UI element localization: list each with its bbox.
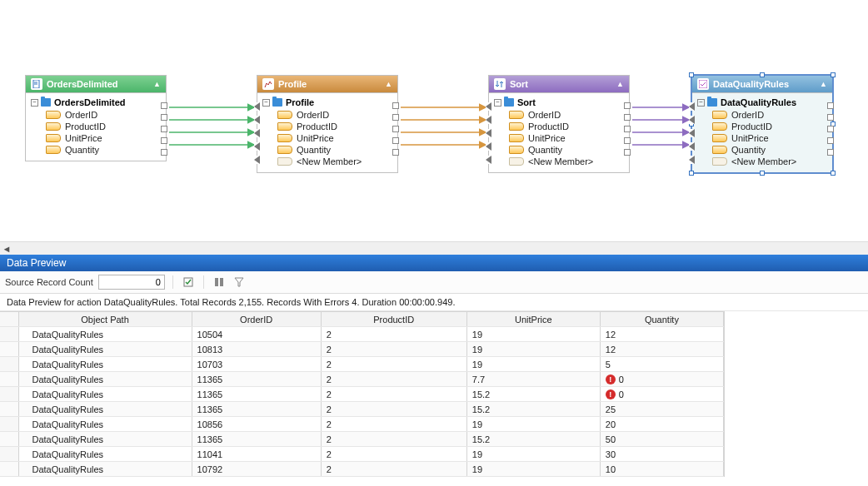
field-row[interactable]: OrderID [259, 109, 396, 121]
col-header[interactable]: ProductID [321, 312, 466, 327]
field-row[interactable]: ProductID [259, 121, 396, 132]
field-row[interactable]: UnitPrice [694, 132, 831, 144]
field-row[interactable]: UnitPrice [27, 132, 164, 144]
row-header[interactable] [0, 342, 18, 357]
field-row-new[interactable]: <New Member> [694, 156, 831, 167]
table-row[interactable]: DataQualityRules1136527.7!0 [0, 372, 724, 387]
cell[interactable]: 2 [321, 432, 466, 447]
cell[interactable]: DataQualityRules [18, 357, 192, 372]
table-row[interactable]: DataQualityRules1079221910 [0, 462, 724, 477]
field-row[interactable]: Quantity [27, 144, 164, 156]
cell[interactable]: !0 [600, 387, 723, 402]
minus-icon[interactable]: − [494, 99, 501, 107]
field-row[interactable]: ProductID [27, 121, 164, 132]
cell[interactable]: 11365 [192, 387, 321, 402]
cell[interactable]: DataQualityRules [18, 402, 192, 417]
minus-icon[interactable]: − [697, 99, 705, 107]
node-header[interactable]: Sort ▲ [489, 76, 629, 93]
cell[interactable]: 10 [600, 462, 723, 477]
cell[interactable]: 2 [321, 372, 466, 387]
cell[interactable]: 11365 [192, 372, 321, 387]
table-row[interactable]: DataQualityRules11365215.2!0 [0, 387, 724, 402]
cell[interactable]: 25 [600, 402, 723, 417]
cell[interactable]: 30 [600, 447, 723, 462]
collapse-toggle-icon[interactable]: ▲ [616, 80, 624, 88]
node-ordersdelimited[interactable]: OrdersDelimited ▲ − OrdersDelimited Orde… [25, 75, 167, 161]
table-row[interactable]: DataQualityRules1081321912 [0, 342, 724, 357]
cell[interactable]: DataQualityRules [18, 342, 192, 357]
field-row[interactable]: OrderID [694, 109, 831, 121]
cell[interactable]: 11041 [192, 447, 321, 462]
cell[interactable]: 15.2 [466, 387, 600, 402]
cell[interactable]: 11365 [192, 432, 321, 447]
row-header[interactable] [0, 432, 18, 447]
table-row[interactable]: DataQualityRules11365215.250 [0, 432, 724, 447]
workflow-canvas[interactable]: OrdersDelimited ▲ − OrdersDelimited Orde… [0, 0, 868, 241]
horizontal-scrollbar[interactable]: ◄ [0, 241, 868, 255]
collapse-toggle-icon[interactable]: ▲ [820, 80, 827, 88]
cell[interactable]: 19 [466, 342, 600, 357]
col-header[interactable]: OrderID [192, 312, 321, 327]
table-row[interactable]: DataQualityRules107032195 [0, 357, 724, 372]
cell[interactable]: DataQualityRules [18, 432, 192, 447]
minus-icon[interactable]: − [262, 99, 270, 107]
cell[interactable]: 11365 [192, 402, 321, 417]
collapse-toggle-icon[interactable]: ▲ [385, 80, 392, 88]
row-header[interactable] [0, 447, 18, 462]
minus-icon[interactable]: − [31, 99, 38, 107]
cell[interactable]: !0 [600, 372, 723, 387]
cell[interactable]: 19 [466, 417, 600, 432]
table-row[interactable]: DataQualityRules1104121930 [0, 447, 724, 462]
cell[interactable]: 2 [321, 417, 466, 432]
cell[interactable]: 2 [321, 357, 466, 372]
cell[interactable]: 19 [466, 357, 600, 372]
cell[interactable]: 12 [600, 327, 723, 342]
table-row[interactable]: DataQualityRules11365215.225 [0, 402, 724, 417]
cell[interactable]: 50 [600, 432, 723, 447]
field-row[interactable]: ProductID [491, 121, 627, 132]
collapse-toggle-icon[interactable]: ▲ [153, 80, 161, 88]
col-header[interactable]: Object Path [18, 312, 192, 327]
cell[interactable]: 10792 [192, 462, 321, 477]
cell[interactable]: 12 [600, 342, 723, 357]
node-profile[interactable]: Profile ▲ − Profile OrderID ProductID Un… [257, 75, 398, 173]
filter-button[interactable] [232, 275, 247, 290]
row-header[interactable] [0, 327, 18, 342]
cell[interactable]: 2 [321, 327, 466, 342]
field-row-new[interactable]: <New Member> [491, 156, 627, 167]
cell[interactable]: 2 [321, 402, 466, 417]
field-row[interactable]: Quantity [491, 144, 627, 156]
col-header[interactable]: UnitPrice [466, 312, 600, 327]
cell[interactable]: 5 [600, 357, 723, 372]
cell[interactable]: 19 [466, 447, 600, 462]
cell[interactable]: DataQualityRules [18, 387, 192, 402]
cell[interactable]: DataQualityRules [18, 327, 192, 342]
row-header[interactable] [0, 357, 18, 372]
node-header[interactable]: Profile ▲ [257, 76, 397, 93]
cell[interactable]: 15.2 [466, 402, 600, 417]
field-row[interactable]: UnitPrice [491, 132, 627, 144]
cell[interactable]: 10504 [192, 327, 321, 342]
field-row[interactable]: UnitPrice [259, 132, 396, 144]
source-count-input[interactable] [98, 275, 165, 290]
field-row[interactable]: ProductID [694, 121, 831, 132]
row-header[interactable] [0, 462, 18, 477]
node-dataqualityrules[interactable]: DataQualityRules ▲ − DataQualityRules Or… [691, 75, 833, 173]
cell[interactable]: 19 [466, 327, 600, 342]
cell[interactable]: 2 [321, 447, 466, 462]
table-row[interactable]: DataQualityRules1085621920 [0, 417, 724, 432]
field-row-new[interactable]: <New Member> [259, 156, 396, 167]
node-header[interactable]: OrdersDelimited ▲ [26, 76, 166, 93]
cell[interactable]: 2 [321, 342, 466, 357]
field-row[interactable]: OrderID [491, 109, 627, 121]
node-header[interactable]: DataQualityRules ▲ [692, 76, 832, 93]
cell[interactable]: DataQualityRules [18, 417, 192, 432]
cell[interactable]: 2 [321, 462, 466, 477]
row-header[interactable] [0, 417, 18, 432]
node-subheader[interactable]: − Profile [259, 96, 396, 109]
row-header[interactable] [0, 372, 18, 387]
cell[interactable]: 19 [466, 462, 600, 477]
preview-grid[interactable]: Object Path OrderID ProductID UnitPrice … [0, 311, 725, 477]
col-header[interactable]: Quantity [600, 312, 723, 327]
node-sort[interactable]: Sort ▲ − Sort OrderID ProductID UnitPric… [488, 75, 630, 173]
